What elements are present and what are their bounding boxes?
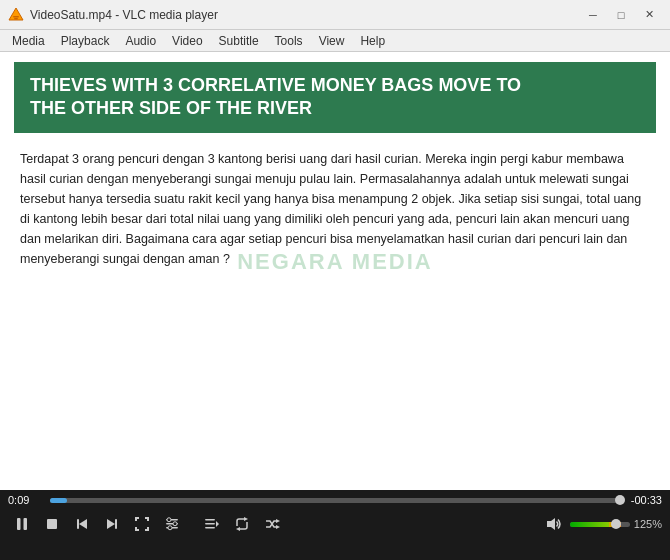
video-body-text: Terdapat 3 orang pencuri dengan 3 kanton… (0, 133, 670, 279)
menu-video[interactable]: Video (164, 30, 210, 52)
minimize-button[interactable]: ─ (580, 5, 606, 25)
svg-marker-8 (107, 519, 115, 529)
stop-icon (44, 516, 60, 532)
close-button[interactable]: ✕ (636, 5, 662, 25)
random-icon (264, 516, 280, 532)
title-bar-controls: ─ □ ✕ (580, 5, 662, 25)
prev-button[interactable] (68, 510, 96, 538)
maximize-button[interactable]: □ (608, 5, 634, 25)
controls-row: 125% (0, 508, 670, 540)
pause-button[interactable] (8, 510, 36, 538)
pause-icon (14, 516, 30, 532)
svg-rect-2 (14, 18, 18, 20)
extended-settings-button[interactable] (158, 510, 186, 538)
svg-rect-3 (17, 518, 21, 530)
playlist-button[interactable] (198, 510, 226, 538)
svg-marker-19 (216, 521, 219, 527)
extended-settings-icon (164, 516, 180, 532)
svg-rect-1 (13, 16, 19, 18)
seek-bar[interactable] (50, 498, 620, 503)
svg-rect-16 (205, 519, 215, 521)
volume-knob (611, 519, 621, 529)
repeat-button[interactable] (228, 510, 256, 538)
menu-playback[interactable]: Playback (53, 30, 118, 52)
playlist-icon (204, 516, 220, 532)
svg-marker-24 (547, 518, 555, 530)
time-remaining: -00:33 (626, 494, 662, 506)
seek-bar-row: 0:09 -00:33 (0, 490, 670, 508)
svg-marker-21 (236, 527, 240, 531)
stop-button[interactable] (38, 510, 66, 538)
seek-fill (50, 498, 67, 503)
time-elapsed: 0:09 (8, 494, 44, 506)
svg-point-15 (168, 526, 172, 530)
svg-rect-5 (47, 519, 57, 529)
menu-audio[interactable]: Audio (117, 30, 164, 52)
random-button[interactable] (258, 510, 286, 538)
volume-bar[interactable] (570, 522, 630, 527)
svg-marker-20 (244, 517, 248, 521)
volume-icon (546, 516, 562, 532)
menu-view[interactable]: View (311, 30, 353, 52)
volume-percent: 125% (634, 518, 662, 530)
svg-rect-17 (205, 523, 215, 525)
svg-rect-4 (24, 518, 28, 530)
svg-marker-22 (276, 519, 280, 523)
svg-rect-9 (115, 519, 117, 529)
title-bar-left: VideoSatu.mp4 - VLC media player (8, 7, 218, 23)
video-header-text: THIEVES WITH 3 CORRELATIVE MONEY BAGS MO… (30, 74, 640, 121)
volume-button[interactable] (540, 510, 568, 538)
menu-tools[interactable]: Tools (267, 30, 311, 52)
svg-point-13 (167, 518, 171, 522)
svg-marker-23 (276, 525, 280, 529)
next-icon (104, 516, 120, 532)
svg-rect-7 (77, 519, 79, 529)
fullscreen-icon (134, 516, 150, 532)
menu-bar: Media Playback Audio Video Subtitle Tool… (0, 30, 670, 52)
fullscreen-button[interactable] (128, 510, 156, 538)
svg-point-14 (173, 522, 177, 526)
prev-icon (74, 516, 90, 532)
seek-knob (615, 495, 625, 505)
bottom-controls: 0:09 -00:33 (0, 490, 670, 560)
next-button[interactable] (98, 510, 126, 538)
video-header-bar: THIEVES WITH 3 CORRELATIVE MONEY BAGS MO… (14, 62, 656, 133)
video-area: THIEVES WITH 3 CORRELATIVE MONEY BAGS MO… (0, 52, 670, 490)
window-title: VideoSatu.mp4 - VLC media player (30, 8, 218, 22)
menu-media[interactable]: Media (4, 30, 53, 52)
menu-help[interactable]: Help (352, 30, 393, 52)
svg-rect-18 (205, 527, 215, 529)
svg-marker-6 (79, 519, 87, 529)
menu-subtitle[interactable]: Subtitle (211, 30, 267, 52)
vlc-icon (8, 7, 24, 23)
title-bar: VideoSatu.mp4 - VLC media player ─ □ ✕ (0, 0, 670, 30)
volume-area: 125% (570, 518, 662, 530)
repeat-icon (234, 516, 250, 532)
